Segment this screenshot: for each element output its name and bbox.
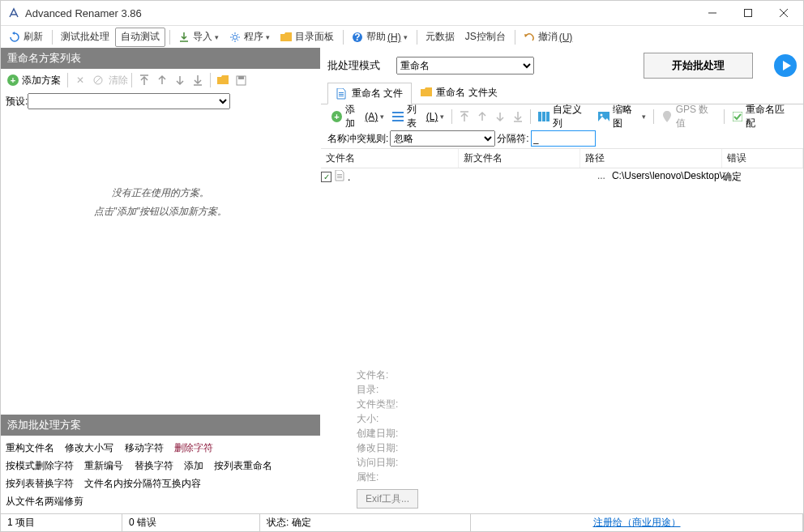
clear-schemes-button[interactable] [89,71,107,89]
scheme-replace[interactable]: 替换字符 [135,457,173,475]
register-link[interactable]: 注册给（商业用途） [593,516,681,530]
custom-cols-button[interactable]: 自定义列 [534,107,593,126]
sort-top-button[interactable] [455,107,473,126]
separator-input[interactable] [531,130,596,147]
col-error[interactable]: 错误 [722,149,803,168]
titlebar: Advanced Renamer 3.86 [1,1,803,25]
ellipsis: ... [580,170,605,184]
gps-button[interactable]: GPS 数值 [657,107,721,126]
undo-button[interactable]: 撤消 (U) [519,28,578,47]
sort-bottom-button[interactable] [509,107,527,126]
list-menu-button[interactable]: 列表 (L) [388,107,448,126]
plus-icon: + [331,111,342,122]
scheme-swap[interactable]: 文件名内按分隔符互换内容 [84,475,201,492]
minimize-button[interactable] [695,1,730,25]
sort-up-button[interactable] [473,107,491,126]
svg-text:?: ? [354,32,360,43]
tab-folders-label: 重命名 文件夹 [436,86,497,100]
gear-icon [229,32,241,43]
help-button[interactable]: ? 帮助 (H) [347,28,413,47]
help-label: 帮助 [366,30,386,44]
svg-rect-11 [339,92,344,93]
plus-icon: + [7,74,19,86]
scheme-restructure[interactable]: 重构文件名 [6,439,54,457]
folder-icon [280,32,292,43]
scheme-case[interactable]: 修改大小写 [65,439,113,457]
scheme-renumber[interactable]: 重新编号 [84,457,123,475]
autotest-button[interactable]: 自动测试 [115,28,165,47]
conflict-label: 名称冲突规则: [327,132,388,146]
testbatch-button[interactable]: 测试批处理 [56,28,114,47]
file-row[interactable]: ✓ . ... C:\Users\lenovo\Desktop\ 确定 [321,168,803,185]
add-scheme-button[interactable]: + 添加方案 [4,71,64,89]
play-button[interactable] [774,54,797,77]
svg-rect-13 [339,96,344,96]
batch-mode-label: 批处理模式 [327,58,380,73]
path-cell: C:\Users\lenovo\Desktop\ [612,170,722,184]
move-bottom-button[interactable] [189,71,207,89]
undo-key: (U) [559,32,573,43]
batch-mode-select[interactable]: 重命名 [396,57,534,74]
app-logo [7,6,20,19]
clear-label: 清除 [109,74,128,87]
delete-scheme-button[interactable]: ✕ [71,71,89,89]
preset-select[interactable] [28,93,230,109]
add-scheme-panel-title: 添加批处理方案 [1,415,320,436]
tab-rename-files[interactable]: 重命名 文件 [327,83,412,104]
start-batch-button[interactable]: 开始批处理 [644,53,753,79]
save-scheme-button[interactable] [232,71,250,89]
scheme-toolbar: + 添加方案 ✕ 清除 [1,69,320,92]
scheme-listreplace[interactable]: 按列表替换字符 [6,475,74,492]
scheme-removepattern[interactable]: 按模式删除字符 [6,457,74,475]
undo-icon [524,32,535,43]
scheme-move[interactable]: 移动字符 [125,439,164,457]
scheme-listrename[interactable]: 按列表重命名 [214,457,272,475]
window-title: Advanced Renamer 3.86 [25,7,695,19]
preset-label: 预设: [6,95,28,109]
move-down-button[interactable] [171,71,189,89]
import-button[interactable]: 导入 [173,28,224,47]
add-scheme-label: 添加方案 [22,74,61,87]
program-button[interactable]: 程序 [225,28,275,47]
open-scheme-button[interactable] [214,71,232,89]
list-icon [392,111,404,122]
empty-scheme-message: 没有正在使用的方案。 点击"添加"按钮以添加新方案。 [1,111,320,415]
jsconsole-button[interactable]: JS控制台 [460,28,511,47]
svg-rect-18 [542,112,545,121]
folder-icon [421,87,432,99]
dirpanel-button[interactable]: 目录面板 [276,28,339,47]
svg-rect-25 [337,177,342,178]
col-filename[interactable]: 文件名 [321,149,459,168]
refresh-label: 刷新 [24,30,43,44]
check-icon [732,111,742,122]
move-top-button[interactable] [135,71,153,89]
svg-rect-1 [745,10,752,17]
svg-rect-14 [392,112,404,113]
refresh-icon [9,32,20,43]
col-path[interactable]: 路径 [580,149,722,168]
scheme-remove[interactable]: 删除字符 [174,439,213,457]
svg-rect-19 [546,112,550,121]
close-button[interactable] [766,1,802,25]
tab-rename-folders[interactable]: 重命名 文件夹 [412,82,506,104]
col-newname[interactable]: 新文件名 [459,149,580,168]
row-checkbox[interactable]: ✓ [321,172,331,182]
thumbs-button[interactable]: 缩略图 [594,107,651,126]
image-icon [598,111,609,122]
svg-rect-24 [337,176,342,177]
metadata-button[interactable]: 元数据 [421,28,460,47]
file-icon [336,88,348,100]
exif-button[interactable]: Exif工具... [357,489,418,509]
scheme-add[interactable]: 添加 [184,457,203,475]
status-items: 1 项目 [1,514,122,531]
move-up-button[interactable] [153,71,171,89]
separator-label: 分隔符: [497,132,528,146]
maximize-button[interactable] [730,1,766,25]
add-files-button[interactable]: + 添加 (A) [327,107,388,126]
rename-match-button[interactable]: 重命名匹配 [728,107,797,126]
sort-down-button[interactable] [491,107,509,126]
status-state: 状态: 确定 [260,514,471,531]
refresh-button[interactable]: 刷新 [4,28,48,47]
conflict-select[interactable]: 忽略 [390,130,495,147]
scheme-trim[interactable]: 从文件名两端修剪 [6,492,83,510]
